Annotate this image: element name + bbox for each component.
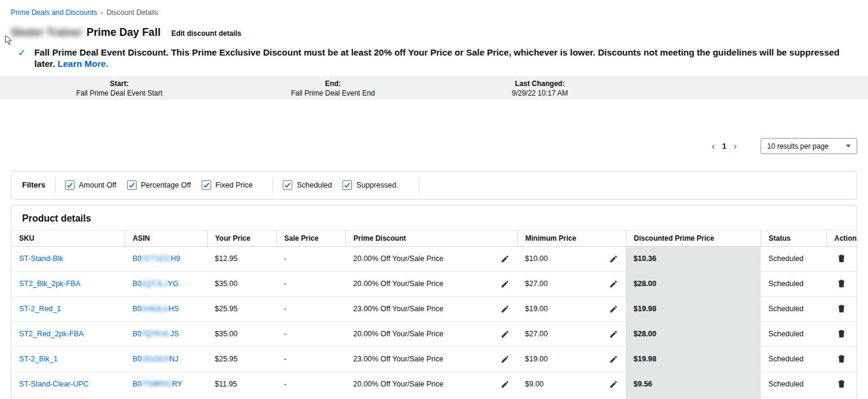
edit-minimum-price-button[interactable] <box>609 254 618 263</box>
edit-minimum-price-button[interactable] <box>609 280 618 288</box>
sale-price: - <box>276 271 345 296</box>
filter-scheduled[interactable]: Scheduled <box>283 180 332 190</box>
asin-post: H9 <box>171 254 180 263</box>
asin-pre: B0 <box>132 280 141 288</box>
delete-row-button[interactable] <box>837 253 846 263</box>
asin-link[interactable]: B07CT1CCH9 <box>132 254 180 263</box>
asin-link[interactable]: B0151OC0NJ <box>132 355 178 363</box>
minimum-price: $9.00 <box>525 380 543 388</box>
delete-row-button[interactable] <box>837 329 846 338</box>
status: Scheduled <box>761 346 826 372</box>
asin-pre: B0 <box>132 330 141 338</box>
table-row: ST-Stand-Blk B07CT1CCH9 $12.95 - 20.00% … <box>11 246 857 271</box>
pagination-row: ‹ 1 › 10 results per page <box>0 138 868 155</box>
filters-bar: Filters Amount Off Percentage Off Fixed … <box>11 171 857 200</box>
sku-link[interactable]: ST2_Red_2pk-FBA <box>19 330 84 338</box>
next-page-button[interactable]: › <box>734 142 737 151</box>
prime-discount: 20.00% Off Your/Sale Price <box>353 330 443 338</box>
discounted-prime-price: $19.98 <box>626 296 761 321</box>
sku-link[interactable]: ST-2_Red_1 <box>19 305 61 313</box>
prev-page-button[interactable]: ‹ <box>712 142 715 151</box>
asin-post: JS <box>170 330 179 338</box>
col-header-discounted-prime-price: Discounted Prime Price <box>626 230 761 246</box>
asin-post: NJ <box>169 355 178 363</box>
col-header-status: Status <box>761 230 826 246</box>
your-price: $35.00 <box>207 321 276 346</box>
event-info-bar: Start: Fall Prime Deal Event Start End: … <box>0 76 868 100</box>
edit-prime-discount-button[interactable] <box>501 380 509 389</box>
discounted-prime-price: $9.56 <box>626 372 761 397</box>
discounted-prime-price: $28.00 <box>626 271 761 296</box>
pager: ‹ 1 › <box>712 142 737 151</box>
edit-minimum-price-button[interactable] <box>609 380 618 389</box>
learn-more-link[interactable]: Learn More. <box>58 59 109 69</box>
col-header-prime-discount: Prime Discount <box>345 230 517 246</box>
delete-row-button[interactable] <box>837 278 846 288</box>
asin-redacted: 7CT1CC <box>141 254 171 263</box>
minimum-price: $27.00 <box>525 330 548 338</box>
edit-prime-discount-button[interactable] <box>501 280 509 288</box>
prime-discount: 20.00% Off Your/Sale Price <box>353 254 443 263</box>
sku-link[interactable]: ST-Stand-Blk <box>19 254 63 263</box>
filter-suppressed[interactable]: Suppressed. <box>342 180 398 190</box>
minimum-price: $19.00 <box>525 355 548 363</box>
asin-post: HS <box>168 305 178 313</box>
filter-amount-off[interactable]: Amount Off <box>65 180 116 190</box>
asin-pre: B0 <box>132 380 141 388</box>
your-price: $25.95 <box>207 346 276 372</box>
col-header-sku: SKU <box>11 230 125 246</box>
edit-prime-discount-button[interactable] <box>501 305 509 314</box>
info-last-changed-label: Last Changed: <box>480 79 600 88</box>
sale-price: - <box>276 321 345 346</box>
your-price: $35.00 <box>207 271 276 296</box>
edit-minimum-price-button[interactable] <box>609 305 618 314</box>
success-check-icon: ✓ <box>18 47 26 59</box>
edit-discount-details-link[interactable]: Edit discount details <box>171 29 241 38</box>
sku-link[interactable]: ST-Stand-Clear-UPC <box>19 380 89 388</box>
info-start-label: Start: <box>60 79 179 88</box>
your-price: $11.95 <box>207 372 276 397</box>
status: Scheduled <box>761 271 826 296</box>
sale-price: - <box>276 246 345 271</box>
edit-minimum-price-button[interactable] <box>609 330 618 339</box>
asin-redacted: 7TMRVU <box>141 380 172 388</box>
info-end-value: Fall Prime Deal Event End <box>273 88 393 98</box>
divider <box>273 177 273 193</box>
edit-prime-discount-button[interactable] <box>501 254 509 263</box>
results-per-page-select[interactable]: 10 results per page <box>761 138 857 154</box>
asin-link[interactable]: B07QTKVLJS <box>132 330 179 338</box>
edit-minimum-price-button[interactable] <box>609 355 618 364</box>
filter-percentage-off[interactable]: Percentage Off <box>127 180 191 190</box>
asin-link[interactable]: B07TMRVURY <box>132 380 183 388</box>
breadcrumb: Prime Deals and Discounts › Discount Det… <box>0 0 868 17</box>
asin-redacted: 151OC0 <box>141 355 169 363</box>
asin-link[interactable]: B01H4JLUHS <box>132 305 179 313</box>
delete-row-button[interactable] <box>837 303 846 313</box>
prime-discount: 23.00% Off Your/Sale Price <box>353 355 443 363</box>
filter-fixed-price[interactable]: Fixed Price <box>202 180 253 190</box>
table-row: ST-Stand-Clear-UPC B07TMRVURY $11.95 - 2… <box>11 372 857 397</box>
sku-link[interactable]: ST-2_Blk_1 <box>19 355 58 363</box>
edit-prime-discount-button[interactable] <box>501 355 509 364</box>
sku-link[interactable]: ST2_Blk_2pk-FBA <box>19 280 81 288</box>
asin-link[interactable]: B01QTJLJYG <box>132 280 178 288</box>
breadcrumb-link-prime-deals[interactable]: Prime Deals and Discounts <box>11 8 97 17</box>
page-title-redacted: Skater Trainer <box>11 26 82 39</box>
title-row: Skater Trainer Prime Day Fall Edit disco… <box>0 26 868 39</box>
delete-row-button[interactable] <box>837 379 846 388</box>
status: Scheduled <box>761 321 826 346</box>
asin-pre: B0 <box>132 254 141 263</box>
edit-prime-discount-button[interactable] <box>501 330 509 339</box>
filter-label: Amount Off <box>79 181 116 189</box>
checkbox-checked-icon <box>65 180 75 190</box>
sale-price: - <box>276 296 345 321</box>
product-details-panel: Product details SKU ASIN Your Price Sale… <box>11 205 857 399</box>
status: Scheduled <box>761 246 826 271</box>
your-price: $36.99 <box>207 397 276 399</box>
prime-discount: 20.00% Off Your/Sale Price <box>353 380 443 388</box>
status: Scheduled <box>761 372 826 397</box>
delete-row-button[interactable] <box>837 354 846 363</box>
minimum-price: $10.00 <box>525 254 548 263</box>
col-header-actions: Actions <box>826 230 857 246</box>
your-price: $25.95 <box>207 296 276 321</box>
